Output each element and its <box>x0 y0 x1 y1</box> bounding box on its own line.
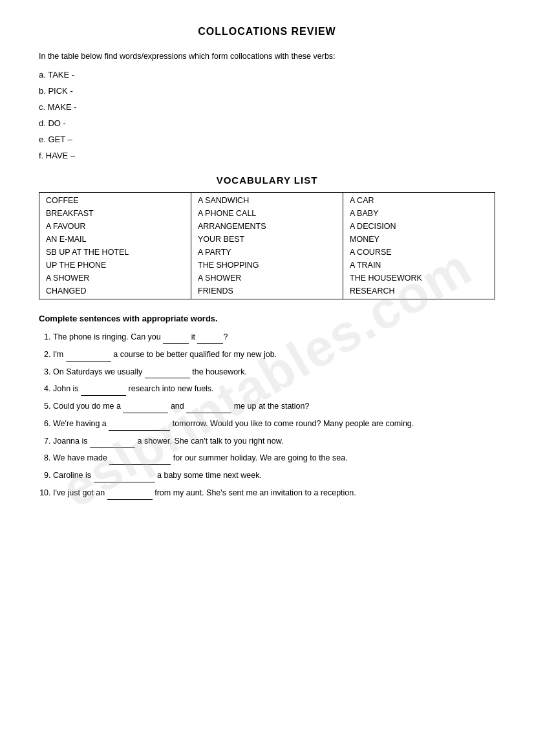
blank-1a[interactable] <box>163 331 189 344</box>
sentence-5: Could you do me a and me up at the stati… <box>53 400 495 413</box>
sentence-1: The phone is ringing. Can you it ? <box>53 331 495 344</box>
vocab-col3-item-5: A TRAIN <box>350 261 488 270</box>
sentences-list: The phone is ringing. Can you it ? I'm a… <box>39 331 495 500</box>
blank-5b[interactable] <box>186 400 231 413</box>
page-title: COLLOCATIONS REVIEW <box>39 26 495 38</box>
vocab-table: COFFEE BREAKFAST A FAVOUR AN E-MAIL SB U… <box>39 192 495 299</box>
vocab-col1-item-5: UP THE PHONE <box>46 261 184 270</box>
sentence-3: On Saturdays we usually the housework. <box>53 366 495 379</box>
vocab-col3-item-0: A CAR <box>350 196 488 205</box>
verb-e: e. GET – <box>39 135 495 144</box>
vocab-col1-item-6: A SHOWER <box>46 274 184 283</box>
vocab-col2-item-0: A SANDWICH <box>198 196 336 205</box>
sentence-4: John is research into new fuels. <box>53 383 495 396</box>
sentence-6: We're having a tomorrow. Would you like … <box>53 418 495 431</box>
verb-d: d. DO - <box>39 118 495 128</box>
blank-5a[interactable] <box>123 400 168 413</box>
blank-4[interactable] <box>81 383 126 396</box>
vocab-col2-item-1: A PHONE CALL <box>198 209 336 218</box>
blank-7[interactable] <box>90 435 135 448</box>
vocab-col1-item-7: CHANGED <box>46 286 184 296</box>
vocab-col1: COFFEE BREAKFAST A FAVOUR AN E-MAIL SB U… <box>39 193 191 299</box>
complete-sentences-title: Complete sentences with appropriate word… <box>39 314 495 323</box>
vocab-section-title: VOCABULARY LIST <box>39 175 495 186</box>
verb-c: c. MAKE - <box>39 102 495 112</box>
sentence-8: We have made for our summer holiday. We … <box>53 452 495 465</box>
sentence-2: I'm a course to be better qualified for … <box>53 349 495 362</box>
sentence-7: Joanna is a shower. She can't talk to yo… <box>53 435 495 448</box>
vocab-col2-item-4: A PARTY <box>198 248 336 257</box>
vocab-col2-item-6: A SHOWER <box>198 274 336 283</box>
vocab-col3-item-7: RESEARCH <box>350 286 488 296</box>
vocab-col1-item-0: COFFEE <box>46 196 184 205</box>
vocab-col3-item-6: THE HOUSEWORK <box>350 274 488 283</box>
sentence-10: I've just got an from my aunt. She's sen… <box>53 487 495 500</box>
verbs-section: a. TAKE - b. PICK - c. MAKE - d. DO - e.… <box>39 70 495 160</box>
vocab-col2: A SANDWICH A PHONE CALL ARRANGEMENTS YOU… <box>191 193 343 299</box>
vocab-col1-item-4: SB UP AT THE HOTEL <box>46 248 184 257</box>
vocab-col3-item-4: A COURSE <box>350 248 488 257</box>
vocab-col2-item-3: YOUR BEST <box>198 235 336 244</box>
blank-9[interactable] <box>94 470 155 482</box>
instruction-text: In the table below find words/expression… <box>39 52 495 61</box>
vocab-col3-item-2: A DECISION <box>350 222 488 231</box>
blank-2[interactable] <box>66 349 111 362</box>
vocab-col1-item-1: BREAKFAST <box>46 209 184 218</box>
vocab-col3-item-3: MONEY <box>350 235 488 244</box>
vocab-col1-item-2: A FAVOUR <box>46 222 184 231</box>
vocab-col1-item-3: AN E-MAIL <box>46 235 184 244</box>
vocab-col3-item-1: A BABY <box>350 209 488 218</box>
blank-3[interactable] <box>145 366 190 379</box>
vocab-col3: A CAR A BABY A DECISION MONEY A COURSE A… <box>343 193 495 299</box>
blank-1b[interactable] <box>197 331 223 344</box>
blank-10[interactable] <box>107 487 153 500</box>
blank-8[interactable] <box>109 452 171 465</box>
verb-a: a. TAKE - <box>39 70 495 80</box>
vocab-col2-item-7: FRIENDS <box>198 286 336 296</box>
sentence-9: Caroline is a baby some time next week. <box>53 470 495 482</box>
verb-b: b. PICK - <box>39 86 495 96</box>
vocab-col2-item-5: THE SHOPPING <box>198 261 336 270</box>
verb-f: f. HAVE – <box>39 151 495 160</box>
blank-6[interactable] <box>109 418 170 431</box>
vocab-col2-item-2: ARRANGEMENTS <box>198 222 336 231</box>
